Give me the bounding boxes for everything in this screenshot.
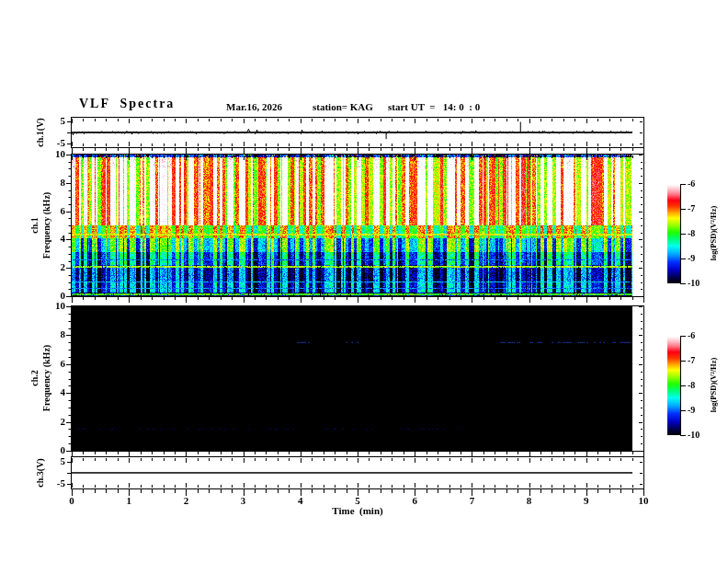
station-label: station= KAG xyxy=(313,101,373,112)
spec1-freq-tick-label: 10 xyxy=(41,148,65,159)
time-tick-label: 8 xyxy=(518,495,540,506)
colorbar1-tick-label: -10 xyxy=(688,278,715,289)
spec1-freq-tick-label: 6 xyxy=(41,205,65,216)
date-label: Mar.16, 2026 xyxy=(226,101,282,112)
time-tick-label: 0 xyxy=(61,495,83,506)
colorbar1-tick-label: -6 xyxy=(688,178,715,190)
time-tick-label: 9 xyxy=(575,495,597,506)
colorbar2-tick-label: -9 xyxy=(688,405,715,416)
time-tick-label: 2 xyxy=(175,495,197,506)
spec1-channel-label: ch.1 xyxy=(28,155,40,296)
colorbar2-tick-label: -8 xyxy=(688,380,715,391)
time-tick-label: 1 xyxy=(118,495,140,506)
ch3-volt-tick-label: 5 xyxy=(41,455,65,466)
start-ut-label: start UT = 14: 0 : 0 xyxy=(388,101,480,112)
colorbar2-tick-label: -7 xyxy=(688,355,715,366)
spec2-freq-tick-label: 8 xyxy=(41,328,65,339)
colorbar1-tick-label: -9 xyxy=(688,253,715,264)
time-tick-label: 3 xyxy=(233,495,255,506)
spec1-freq-tick-label: 4 xyxy=(41,233,65,244)
spec1-freq-tick-label: 2 xyxy=(41,261,65,272)
colorbar1-tick-label: -7 xyxy=(688,203,715,214)
ch3-volt-tick-label: -5 xyxy=(41,477,65,488)
ch3-y-axis-label: ch.3(V) xyxy=(34,418,49,528)
colorbar2-tick-label: -10 xyxy=(688,430,715,441)
ch1-volt-tick-label: 5 xyxy=(41,115,65,126)
spec2-freq-tick-label: 6 xyxy=(41,358,65,369)
spec1-freq-tick-label: 8 xyxy=(41,177,65,188)
spec2-freq-tick-label: 4 xyxy=(41,386,65,397)
time-tick-label: 4 xyxy=(290,495,312,506)
spec2-freq-tick-label: 0 xyxy=(41,444,65,455)
colorbar1-tick-label: -8 xyxy=(688,228,715,239)
time-tick-label: 10 xyxy=(632,495,654,506)
spec2-freq-tick-label: 2 xyxy=(41,416,65,427)
colorbar2-tick-label: -6 xyxy=(688,330,715,341)
plot-canvas xyxy=(0,0,728,563)
time-tick-label: 6 xyxy=(404,495,426,506)
spec1-freq-tick-label: 0 xyxy=(41,290,65,301)
spec2-freq-tick-label: 10 xyxy=(41,300,65,311)
page-title: VLF Spectra xyxy=(79,98,175,109)
ch1-volt-tick-label: -5 xyxy=(41,137,65,148)
vlf-spectra-figure: VLF Spectra Mar.16, 2026 station= KAG st… xyxy=(0,0,728,563)
time-tick-label: 7 xyxy=(461,495,483,506)
time-axis-label: Time (min) xyxy=(321,505,394,516)
time-tick-label: 5 xyxy=(347,495,369,506)
